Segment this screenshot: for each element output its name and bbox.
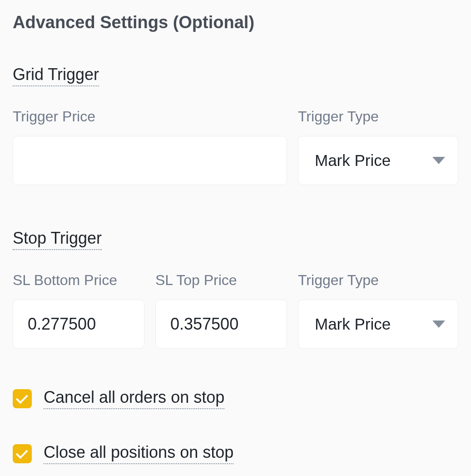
stop-trigger-title: Stop Trigger	[13, 229, 102, 250]
stop-trigger-type-group: Trigger Type Mark Price	[298, 272, 458, 349]
check-icon	[16, 446, 28, 459]
grid-trigger-type-group: Trigger Type Mark Price	[298, 108, 458, 185]
page-heading: Advanced Settings (Optional)	[13, 13, 458, 32]
stop-trigger-type-label: Trigger Type	[298, 272, 458, 289]
trigger-price-group: Trigger Price	[13, 108, 287, 185]
stop-trigger-section: Stop Trigger SL Bottom Price SL Top Pric…	[13, 229, 458, 349]
sl-bottom-group: SL Bottom Price	[13, 272, 144, 349]
sl-bottom-label: SL Bottom Price	[13, 272, 144, 289]
check-icon	[16, 391, 28, 404]
grid-trigger-type-value: Mark Price	[315, 151, 391, 170]
close-positions-checkbox[interactable]	[13, 444, 32, 463]
close-positions-row: Close all positions on stop	[13, 443, 458, 464]
chevron-down-icon	[432, 321, 445, 328]
cancel-orders-checkbox[interactable]	[13, 389, 32, 408]
close-positions-label[interactable]: Close all positions on stop	[44, 443, 233, 464]
grid-trigger-title: Grid Trigger	[13, 65, 99, 86]
cancel-orders-label[interactable]: Cancel all orders on stop	[44, 388, 224, 409]
stop-trigger-type-select[interactable]: Mark Price	[298, 300, 458, 349]
grid-trigger-type-select[interactable]: Mark Price	[298, 136, 458, 185]
chevron-down-icon	[432, 157, 445, 164]
sl-bottom-input[interactable]	[13, 300, 144, 349]
trigger-price-label: Trigger Price	[13, 108, 287, 125]
stop-trigger-type-value: Mark Price	[315, 315, 391, 333]
sl-top-label: SL Top Price	[155, 272, 287, 289]
sl-top-group: SL Top Price	[155, 272, 287, 349]
sl-top-input[interactable]	[155, 300, 287, 349]
grid-trigger-type-label: Trigger Type	[298, 108, 458, 125]
cancel-orders-row: Cancel all orders on stop	[13, 388, 458, 409]
grid-trigger-section: Grid Trigger Trigger Price Trigger Type …	[13, 65, 458, 185]
trigger-price-input[interactable]	[13, 136, 287, 185]
